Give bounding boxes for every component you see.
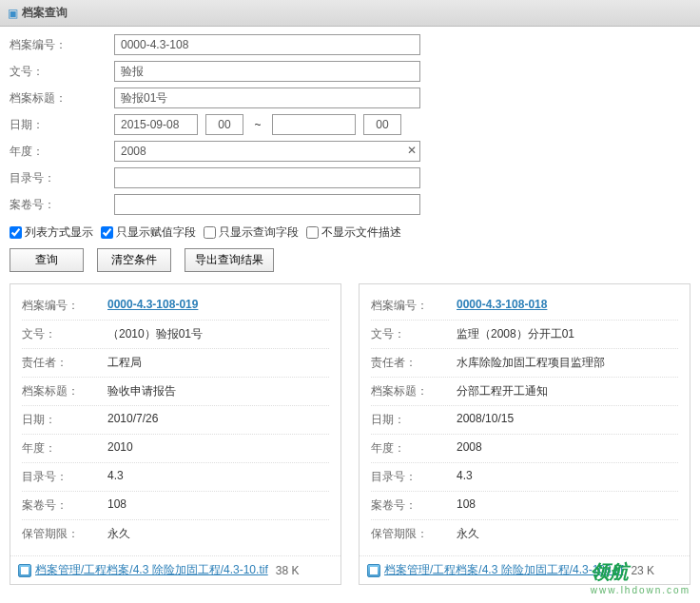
card-label-catalog: 目录号：: [22, 469, 107, 485]
card-label-doc-no: 文号：: [22, 326, 107, 342]
card-label-volume: 案卷号：: [371, 497, 457, 514]
file-icon: [367, 564, 380, 577]
card-catalog: 4.3: [107, 469, 329, 485]
card-catalog: 4.3: [457, 469, 678, 485]
card-year: 2008: [457, 440, 678, 457]
attachment-link[interactable]: 档案管理/工程档案/4.3 除险加固工程/4.3-108.tif: [384, 562, 623, 578]
card-title: 验收申请报告: [107, 383, 329, 399]
date-to-input[interactable]: [272, 114, 356, 135]
checkbox-row: 列表方式显示 只显示赋值字段 只显示查询字段 不显示文件描述: [0, 221, 700, 248]
attachment-link[interactable]: 档案管理/工程档案/4.3 除险加固工程/4.3-10.tif: [35, 562, 268, 578]
archive-no-input[interactable]: [114, 34, 420, 55]
checkbox-list-mode[interactable]: 列表方式显示: [10, 224, 93, 241]
checkbox-hide-desc[interactable]: 不显示文件描述: [306, 224, 401, 241]
clear-year-icon[interactable]: ✕: [407, 144, 417, 157]
card-label-resp: 责任者：: [371, 355, 457, 371]
card-resp: 水库除险加固工程项目监理部: [457, 355, 678, 371]
volume-input[interactable]: [114, 194, 420, 215]
label-volume: 案卷号：: [10, 197, 114, 213]
file-icon: [18, 564, 31, 577]
card-label-year: 年度：: [371, 440, 457, 457]
label-date: 日期：: [10, 117, 114, 133]
card-label-date: 日期：: [22, 412, 107, 428]
result-card: 档案编号：0000-4.3-108-019 文号：（2010）验报01号 责任者…: [10, 283, 341, 585]
card-label-retention: 保管期限：: [22, 526, 107, 542]
card-label-date: 日期：: [371, 412, 457, 428]
date-from-input[interactable]: [114, 114, 198, 135]
card-volume: 108: [457, 497, 678, 514]
card-title: 分部工程开工通知: [457, 383, 678, 399]
attachment-size: 23 K: [631, 564, 654, 577]
card-label-volume: 案卷号：: [22, 497, 107, 514]
expand-icon[interactable]: ▣: [8, 7, 18, 20]
card-label-archive-no: 档案编号：: [22, 298, 107, 314]
results-area: 档案编号：0000-4.3-108-019 文号：（2010）验报01号 责任者…: [0, 283, 700, 591]
page-title: 档案查询: [22, 5, 68, 21]
attachment-size: 38 K: [276, 564, 300, 577]
search-form: 档案编号： 文号： 档案标题： 日期： ~ 年度： ✕ 目录号： 案卷号：: [0, 27, 700, 215]
card-label-archive-no: 档案编号：: [371, 298, 457, 314]
card-label-doc-no: 文号：: [371, 326, 457, 342]
clear-button[interactable]: 清空条件: [97, 248, 171, 272]
card-label-title: 档案标题：: [371, 383, 457, 399]
card-date: 2010/7/26: [107, 412, 329, 428]
export-button[interactable]: 导出查询结果: [185, 248, 274, 272]
card-date: 2008/10/15: [457, 412, 678, 428]
year-input[interactable]: [114, 141, 420, 162]
label-title: 档案标题：: [10, 90, 114, 107]
time-to-input[interactable]: [363, 114, 401, 135]
card-doc-no: 监理（2008）分开工01: [457, 326, 678, 342]
catalog-input[interactable]: [114, 167, 420, 188]
time-from-input[interactable]: [205, 114, 243, 135]
label-year: 年度：: [10, 144, 114, 160]
button-row: 查询 清空条件 导出查询结果: [0, 248, 700, 283]
attachment-row: 档案管理/工程档案/4.3 除险加固工程/4.3-10.tif 38 K: [10, 555, 340, 584]
card-volume: 108: [107, 497, 329, 514]
result-card: 档案编号：0000-4.3-108-018 文号：监理（2008）分开工01 责…: [359, 283, 690, 585]
card-label-title: 档案标题：: [22, 383, 107, 399]
card-doc-no: （2010）验报01号: [107, 326, 329, 342]
card-label-resp: 责任者：: [22, 355, 107, 371]
card-label-retention: 保管期限：: [371, 526, 457, 542]
checkbox-value-fields[interactable]: 只显示赋值字段: [101, 224, 196, 241]
date-tilde: ~: [243, 118, 272, 131]
label-archive-no: 档案编号：: [10, 37, 114, 53]
card-retention: 永久: [457, 526, 678, 542]
card-label-year: 年度：: [22, 440, 107, 457]
label-catalog: 目录号：: [10, 170, 114, 186]
label-doc-no: 文号：: [10, 64, 114, 80]
query-button[interactable]: 查询: [10, 248, 84, 272]
card-retention: 永久: [107, 526, 329, 542]
attachment-row: 档案管理/工程档案/4.3 除险加固工程/4.3-108.tif 23 K: [360, 555, 690, 584]
card-archive-no-link[interactable]: 0000-4.3-108-018: [457, 298, 678, 314]
card-resp: 工程局: [107, 355, 329, 371]
checkbox-query-fields[interactable]: 只显示查询字段: [204, 224, 299, 241]
card-archive-no-link[interactable]: 0000-4.3-108-019: [107, 298, 329, 314]
doc-no-input[interactable]: [114, 61, 420, 82]
card-year: 2010: [107, 440, 329, 457]
page-header: ▣ 档案查询: [0, 0, 700, 27]
title-input[interactable]: [114, 88, 420, 108]
card-label-catalog: 目录号：: [371, 469, 457, 485]
